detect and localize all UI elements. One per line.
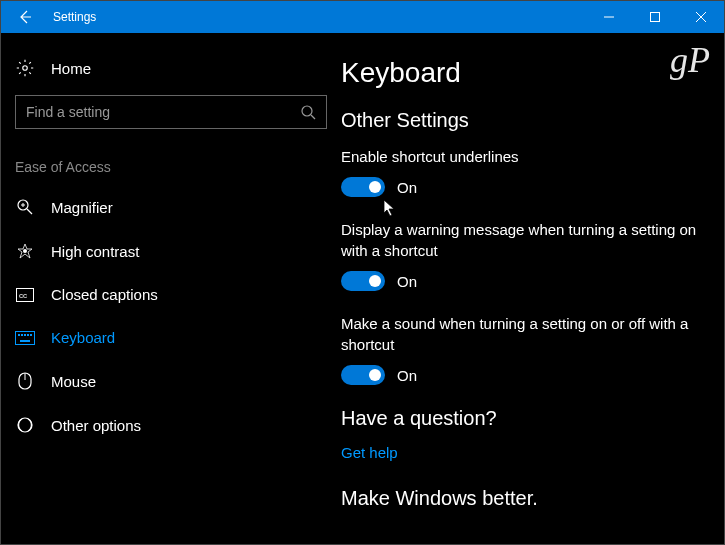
maximize-icon <box>650 12 660 22</box>
setting-shortcut-underlines-label: Enable shortcut underlines <box>341 146 704 167</box>
mouse-icon <box>15 372 35 390</box>
svg-point-11 <box>23 249 27 253</box>
toggle-shortcut-underlines[interactable] <box>341 177 385 197</box>
close-icon <box>696 12 706 22</box>
svg-rect-19 <box>30 334 32 336</box>
minimize-button[interactable] <box>586 1 632 33</box>
home-nav[interactable]: Home <box>1 49 341 87</box>
arrow-left-icon <box>17 9 33 25</box>
sidebar-item-high-contrast[interactable]: High contrast <box>1 229 341 273</box>
toggle-knob <box>369 369 381 381</box>
other-options-icon <box>15 416 35 434</box>
sidebar-item-other-options[interactable]: Other options <box>1 403 341 447</box>
sidebar-item-label: Other options <box>51 417 141 434</box>
svg-line-8 <box>27 209 32 214</box>
svg-point-4 <box>23 66 28 71</box>
sidebar-item-magnifier[interactable]: Magnifier <box>1 185 341 229</box>
search-input[interactable]: Find a setting <box>15 95 327 129</box>
magnifier-icon <box>15 198 35 216</box>
sidebar: Home Find a setting Ease of Access Magni… <box>1 33 341 544</box>
page-title: Keyboard <box>341 57 704 89</box>
make-windows-better-header: Make Windows better. <box>341 487 704 510</box>
svg-rect-14 <box>16 331 35 344</box>
contrast-icon <box>15 242 35 260</box>
home-label: Home <box>51 60 91 77</box>
gear-icon <box>15 59 35 77</box>
toggle-knob <box>369 275 381 287</box>
get-help-link[interactable]: Get help <box>341 444 704 461</box>
category-header: Ease of Access <box>1 149 341 185</box>
sidebar-item-mouse[interactable]: Mouse <box>1 359 341 403</box>
sidebar-item-label: Mouse <box>51 373 96 390</box>
maximize-button[interactable] <box>632 1 678 33</box>
toggle-knob <box>369 181 381 193</box>
svg-point-5 <box>302 106 312 116</box>
titlebar: Settings <box>1 1 724 33</box>
setting-sound-label: Make a sound when turning a setting on o… <box>341 313 704 355</box>
svg-line-6 <box>311 115 315 119</box>
search-placeholder: Find a setting <box>26 104 110 120</box>
cc-icon: cc <box>15 288 35 302</box>
back-button[interactable] <box>1 1 49 33</box>
toggle-state: On <box>397 179 417 196</box>
main-content: Keyboard Other Settings Enable shortcut … <box>341 33 724 544</box>
sidebar-item-keyboard[interactable]: Keyboard <box>1 316 341 359</box>
sidebar-item-label: Magnifier <box>51 199 113 216</box>
svg-text:cc: cc <box>19 291 27 300</box>
have-question-header: Have a question? <box>341 407 704 430</box>
svg-rect-15 <box>18 334 20 336</box>
search-icon <box>300 104 316 120</box>
sidebar-item-label: High contrast <box>51 243 139 260</box>
sidebar-item-label: Closed captions <box>51 286 158 303</box>
window-title: Settings <box>49 10 586 24</box>
svg-rect-17 <box>24 334 26 336</box>
minimize-icon <box>604 12 614 22</box>
svg-rect-18 <box>27 334 29 336</box>
keyboard-icon <box>15 331 35 345</box>
setting-warning-message-label: Display a warning message when turning a… <box>341 219 704 261</box>
toggle-warning-message[interactable] <box>341 271 385 291</box>
sidebar-item-closed-captions[interactable]: cc Closed captions <box>1 273 341 316</box>
svg-rect-20 <box>20 340 30 342</box>
toggle-state: On <box>397 367 417 384</box>
section-other-settings: Other Settings <box>341 109 704 132</box>
sidebar-item-label: Keyboard <box>51 329 115 346</box>
toggle-state: On <box>397 273 417 290</box>
close-button[interactable] <box>678 1 724 33</box>
svg-rect-1 <box>651 13 660 22</box>
toggle-sound[interactable] <box>341 365 385 385</box>
svg-rect-16 <box>21 334 23 336</box>
